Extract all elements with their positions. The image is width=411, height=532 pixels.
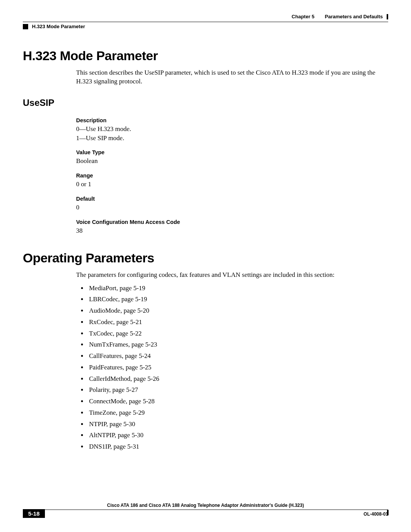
header-title: Parameters and Defaults: [325, 14, 383, 19]
voice-config-block: Voice Configuration Menu Access Code 38: [23, 219, 388, 235]
range-label: Range: [76, 173, 388, 179]
list-item: AudioMode, page 5-20: [88, 305, 388, 316]
section-heading-operating: Operating Parameters: [23, 251, 388, 265]
list-item: TimeZone, page 5-29: [88, 407, 388, 419]
marker-square-icon: [23, 24, 28, 29]
list-item: RxCodec, page 5-21: [88, 316, 388, 328]
list-item: Polarity, page 5-27: [88, 384, 388, 396]
page-footer: Cisco ATA 186 and Cisco ATA 188 Analog T…: [23, 503, 388, 518]
section-heading-h323: H.323 Mode Parameter: [23, 48, 388, 63]
marker-bar-icon: [387, 14, 388, 19]
value-type-label: Value Type: [76, 149, 388, 155]
list-item: ConnectMode, page 5-28: [88, 396, 388, 407]
subheader-text: H.323 Mode Parameter: [32, 24, 85, 29]
list-item: DNS1IP, page 5-31: [88, 441, 388, 452]
range-value: 0 or 1: [76, 180, 388, 189]
list-item: TxCodec, page 5-22: [88, 328, 388, 339]
section-intro: This section describes the UseSIP parame…: [23, 69, 388, 86]
footer-rule: 5-18 OL-4008-01: [23, 510, 388, 518]
list-item: MediaPort, page 5-19: [88, 283, 388, 294]
description-label: Description: [76, 117, 388, 123]
header-chapter: Chapter 5: [292, 14, 314, 19]
voice-config-label: Voice Configuration Menu Access Code: [76, 219, 388, 225]
footer-book-title: Cisco ATA 186 and Cisco ATA 188 Analog T…: [23, 503, 388, 510]
document-page: H.323 Mode Parameter Chapter 5 Parameter…: [0, 0, 411, 532]
parameter-list: MediaPort, page 5-19 LBRCodec, page 5-19…: [23, 283, 388, 452]
description-block: Description 0—Use H.323 mode. 1—Use SIP …: [23, 117, 388, 143]
subheader-left: H.323 Mode Parameter: [23, 24, 85, 29]
range-block: Range 0 or 1: [23, 173, 388, 189]
running-header: H.323 Mode Parameter Chapter 5 Parameter…: [23, 14, 388, 19]
list-item: CallFeatures, page 5-24: [88, 350, 388, 362]
list-item: CallerIdMethod, page 5-26: [88, 373, 388, 385]
marker-bar-icon: [387, 510, 389, 515]
voice-config-value: 38: [76, 226, 388, 235]
default-value: 0: [76, 203, 388, 212]
header-rule: [23, 22, 388, 22]
value-type-block: Value Type Boolean: [23, 149, 388, 166]
default-block: Default 0: [23, 196, 388, 212]
description-value-1: 1—Use SIP mode.: [76, 134, 388, 143]
value-type-value: Boolean: [76, 157, 388, 166]
list-item: NumTxFrames, page 5-23: [88, 339, 388, 350]
list-item: PaidFeatures, page 5-25: [88, 362, 388, 373]
page-number-badge: 5-18: [23, 509, 45, 518]
list-item: AltNTPIP, page 5-30: [88, 430, 388, 441]
list-item: LBRCodec, page 5-19: [88, 294, 388, 305]
description-value-0: 0—Use H.323 mode.: [76, 125, 388, 134]
subsection-heading-usesip: UseSIP: [23, 97, 388, 108]
running-subheader: H.323 Mode Parameter: [23, 24, 388, 29]
default-label: Default: [76, 196, 388, 202]
document-id: OL-4008-01: [363, 511, 388, 517]
page-body: H.323 Mode Parameter This section descri…: [23, 48, 388, 452]
operating-intro: The parameters for configuring codecs, f…: [23, 271, 388, 280]
header-right: Chapter 5 Parameters and Defaults: [292, 14, 388, 19]
list-item: NTPIP, page 5-30: [88, 419, 388, 430]
